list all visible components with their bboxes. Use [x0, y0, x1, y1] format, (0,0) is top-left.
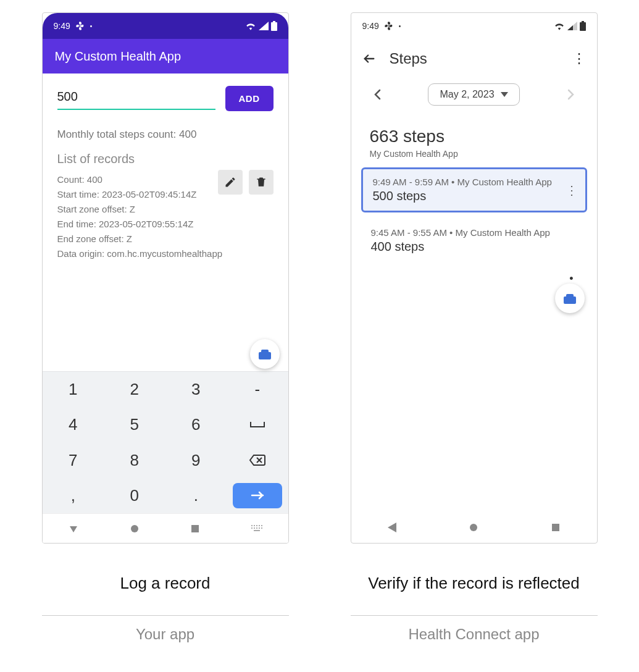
phone-your-app: 9:49 •	[42, 12, 289, 544]
nav-home-icon[interactable]	[469, 523, 478, 532]
svg-rect-15	[580, 22, 586, 31]
svg-rect-16	[582, 21, 584, 22]
prev-day-button[interactable]	[369, 84, 386, 105]
record-item: Count: 400 Start time: 2023-05-02T09:45:…	[57, 172, 274, 261]
date-label: May 2, 2023	[440, 89, 494, 100]
svg-rect-1	[273, 21, 275, 22]
key-3[interactable]: 3	[165, 372, 227, 407]
steps-entry[interactable]: 9:45 AM - 9:55 AM • My Custom Health App…	[361, 220, 587, 261]
svg-rect-14	[254, 530, 260, 531]
divider	[42, 615, 289, 616]
status-bar: 9:49 •	[43, 13, 288, 39]
dropdown-icon	[501, 92, 508, 97]
fan-icon	[384, 21, 394, 31]
date-selector: May 2, 2023	[351, 78, 597, 111]
back-button[interactable]	[362, 52, 376, 65]
page-title: Steps	[390, 50, 559, 67]
nav-keyboard-icon[interactable]	[251, 525, 262, 532]
status-time: 9:49	[54, 21, 70, 31]
key-8[interactable]: 8	[104, 443, 165, 478]
app-bar: Steps ⋮	[351, 39, 597, 78]
key-backspace[interactable]	[227, 443, 288, 478]
divider	[351, 615, 598, 616]
signal-icon	[259, 22, 269, 30]
toolbox-icon	[257, 346, 272, 361]
daily-summary: 663 steps My Custom Health App	[351, 111, 597, 164]
date-picker-chip[interactable]: May 2, 2023	[428, 83, 519, 106]
caption-left: Log a record	[120, 561, 211, 605]
entry-time: 9:49 AM - 9:59 AM • My Custom Health App	[373, 177, 575, 187]
list-heading: List of records	[57, 152, 274, 166]
svg-rect-5	[254, 525, 255, 526]
svg-rect-6	[256, 525, 257, 526]
trash-icon	[255, 176, 267, 188]
nav-recent-icon[interactable]	[551, 523, 560, 532]
system-nav-bar	[43, 513, 288, 543]
subcaption-right: Health Connect app	[408, 626, 539, 643]
pencil-icon	[224, 176, 236, 188]
caption-right: Verify if the record is reflected	[368, 561, 579, 605]
wifi-icon	[245, 22, 256, 30]
svg-point-2	[131, 525, 138, 532]
key-period[interactable]: .	[165, 478, 227, 513]
toolbox-fab[interactable]	[555, 284, 585, 313]
next-day-button[interactable]	[562, 84, 580, 105]
key-2[interactable]: 2	[104, 372, 165, 407]
key-4[interactable]: 4	[43, 407, 104, 442]
svg-rect-3	[191, 525, 199, 532]
subcaption-left: Your app	[136, 626, 194, 643]
key-space[interactable]	[227, 407, 288, 442]
record-origin: Data origin: com.hc.mycustomhealthapp	[57, 246, 274, 261]
record-end-zone: End zone offset: Z	[57, 232, 274, 246]
svg-rect-18	[552, 524, 559, 531]
svg-rect-9	[251, 527, 253, 529]
system-nav-bar	[351, 512, 597, 543]
key-dash[interactable]: -	[227, 372, 288, 407]
key-5[interactable]: 5	[104, 407, 165, 442]
key-enter[interactable]	[233, 483, 282, 508]
enter-icon	[251, 491, 264, 500]
nav-recent-icon[interactable]	[191, 524, 199, 533]
svg-rect-7	[259, 525, 260, 526]
numeric-keypad: 1 2 3 - 4 5 6 7 8 9 , 0	[43, 371, 288, 513]
key-1[interactable]: 1	[43, 372, 104, 407]
nav-home-icon[interactable]	[130, 524, 139, 533]
key-comma[interactable]: ,	[43, 478, 104, 513]
key-0[interactable]: 0	[104, 478, 165, 513]
svg-point-17	[470, 524, 477, 531]
battery-icon	[580, 21, 586, 31]
wifi-icon	[554, 22, 565, 30]
svg-rect-10	[254, 527, 255, 529]
svg-rect-0	[271, 22, 277, 31]
toolbox-fab[interactable]	[250, 339, 280, 369]
dot-icon: •	[90, 23, 93, 30]
entry-overflow-button[interactable]: ⋮	[566, 183, 578, 198]
svg-rect-12	[259, 527, 260, 529]
summary-value: 663 steps	[370, 127, 578, 146]
svg-rect-4	[251, 525, 253, 526]
entry-value: 400 steps	[371, 240, 577, 254]
fan-icon	[75, 21, 85, 31]
svg-rect-13	[261, 527, 262, 529]
record-start-zone: Start zone offset: Z	[57, 202, 274, 217]
dot-icon: •	[399, 23, 401, 30]
key-6[interactable]: 6	[165, 407, 227, 442]
delete-button[interactable]	[249, 170, 274, 195]
backspace-icon	[249, 454, 266, 466]
steps-entry-highlighted[interactable]: 9:49 AM - 9:59 AM • My Custom Health App…	[361, 167, 587, 212]
status-time: 9:49	[362, 21, 379, 31]
toolbox-icon	[562, 291, 577, 306]
overflow-menu-button[interactable]: ⋮	[572, 51, 586, 67]
nav-back-icon[interactable]	[69, 524, 78, 534]
steps-input[interactable]	[57, 86, 215, 110]
nav-back-icon[interactable]	[388, 523, 396, 532]
key-7[interactable]: 7	[43, 443, 104, 478]
signal-icon	[567, 22, 577, 30]
svg-rect-8	[261, 525, 262, 526]
edit-button[interactable]	[218, 170, 243, 195]
summary-source: My Custom Health App	[370, 149, 578, 159]
key-9[interactable]: 9	[165, 443, 227, 478]
battery-icon	[271, 21, 277, 31]
add-button[interactable]: ADD	[225, 86, 274, 111]
app-bar: My Custom Health App	[43, 39, 288, 74]
